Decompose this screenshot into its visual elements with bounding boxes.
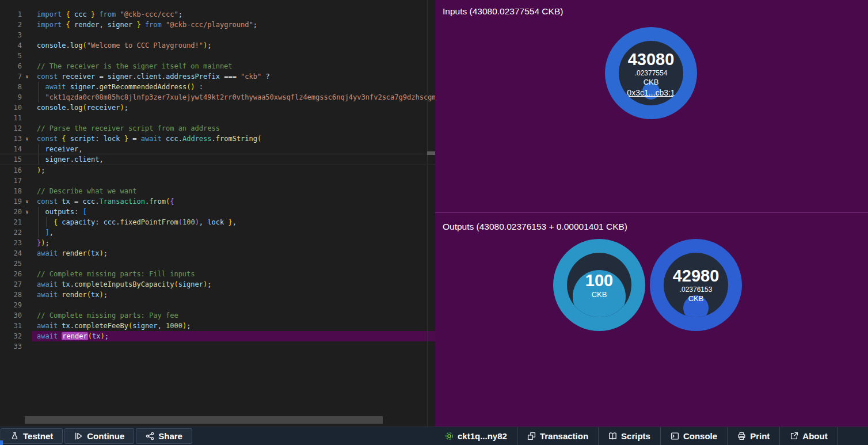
cell-decimal: .02377554	[627, 70, 675, 77]
code-line-text[interactable]: // Describe what we want	[32, 186, 435, 196]
code-line-text[interactable]: import { ccc } from "@ckb-ccc/ccc";	[32, 9, 435, 20]
fold-gutter	[22, 258, 32, 269]
testnet-button[interactable]: Testnet	[1, 428, 63, 444]
cell-inner-circle: 42980.02376153CKB	[664, 253, 728, 317]
editor-line: 28await render(tx);	[0, 290, 435, 300]
editor-line: 11	[0, 113, 435, 123]
fold-gutter	[22, 82, 32, 92]
code-line-text[interactable]	[32, 113, 435, 123]
editor-line: 13∨const { script: lock } = await ccc.Ad…	[0, 134, 435, 144]
code-editor[interactable]: 1import { ccc } from "@ckb-ccc/ccc";2imp…	[0, 0, 435, 427]
line-number: 33	[0, 341, 22, 352]
fold-gutter	[22, 165, 32, 176]
scripts-button[interactable]: Scripts	[599, 427, 661, 445]
editor-line: 4console.log("Welcome to CCC Playground!…	[0, 40, 435, 51]
indent-guide	[38, 92, 39, 102]
editor-line: 10console.log(receiver);	[0, 102, 435, 113]
transaction-icon	[527, 432, 536, 440]
line-number: 1	[0, 9, 22, 20]
code-line-text[interactable]: // Complete missing parts: Fill inputs	[32, 269, 435, 279]
fold-gutter	[22, 341, 32, 352]
line-number: 19	[0, 196, 22, 207]
code-line-text[interactable]: await tx.completeFeeBy(signer, 1000);	[32, 321, 435, 331]
editor-line: 14 receiver,	[0, 144, 435, 154]
output-cell-badge[interactable]: 100CKB	[553, 239, 645, 331]
scripts-icon	[608, 432, 617, 440]
editor-line: 25	[0, 258, 435, 269]
about-button[interactable]: About	[780, 427, 837, 445]
transaction-button[interactable]: Transaction	[517, 427, 599, 445]
ckt1q-ny82-button[interactable]: ckt1q...ny82	[435, 427, 517, 445]
code-line-text[interactable]: signer.client,	[32, 154, 435, 165]
code-line-text[interactable]	[32, 258, 435, 269]
line-number: 28	[0, 290, 22, 300]
transaction-panel: Inputs (43080.02377554 CKB) Outputs (430…	[435, 0, 868, 427]
code-line-text[interactable]: await render(tx);	[32, 331, 435, 341]
fold-chevron-icon[interactable]: ∨	[22, 196, 32, 207]
code-lines: 1import { ccc } from "@ckb-ccc/ccc";2imp…	[0, 9, 435, 352]
editor-ruler-marker[interactable]	[427, 151, 435, 155]
cell-capacity-text: 100CKB	[585, 271, 613, 299]
editor-line: 20∨ outputs: [	[0, 207, 435, 217]
editor-line: 33	[0, 341, 435, 352]
line-number: 8	[0, 82, 22, 92]
cell-outpoint-link[interactable]: 0x3c1...cb3:1	[627, 89, 675, 97]
flask-icon	[10, 432, 19, 440]
code-line-text[interactable]: receiver,	[32, 144, 435, 154]
code-line-text[interactable]: console.log(receiver);	[32, 102, 435, 113]
fold-chevron-icon[interactable]: ∨	[22, 134, 32, 144]
code-line-text[interactable]: import { render, signer } from "@ckb-ccc…	[32, 20, 435, 30]
fold-gutter	[22, 51, 32, 61]
horizontal-scrollbar-thumb[interactable]	[25, 416, 383, 424]
code-line-text[interactable]: const tx = ccc.Transaction.from({	[32, 196, 435, 207]
line-number: 10	[0, 102, 22, 113]
cell-amount: 100	[585, 272, 613, 289]
code-line-text[interactable]	[32, 341, 435, 352]
code-line-text[interactable]: outputs: [	[32, 207, 435, 217]
share-button[interactable]: Share	[136, 428, 192, 444]
code-line-text[interactable]: await render(tx);	[32, 248, 435, 258]
fold-gutter	[22, 290, 32, 300]
code-line-text[interactable]: "ckt1qzda0cr08m85hc8jlnfp3zer7xulejywt49…	[32, 92, 435, 102]
output-cell-badge[interactable]: 42980.02376153CKB	[650, 239, 742, 331]
code-line-text[interactable]	[32, 300, 435, 310]
input-cell-badge[interactable]: 43080.02377554CKB0x3c1...cb3:1	[605, 27, 697, 119]
code-line-text[interactable]: // Parse the receiver script from an add…	[32, 123, 435, 134]
editor-line: 31await tx.completeFeeBy(signer, 1000);	[0, 321, 435, 331]
code-line-text[interactable]: // Complete missing parts: Pay fee	[32, 310, 435, 321]
bottom-toolbar: TestnetContinueShare ckt1q...ny82Transac…	[0, 427, 868, 445]
fold-gutter	[22, 310, 32, 321]
code-line-text[interactable]: await render(tx);	[32, 290, 435, 300]
cell-unit: CKB	[627, 78, 675, 86]
fold-gutter	[22, 9, 32, 20]
continue-button[interactable]: Continue	[64, 428, 134, 444]
fold-gutter	[22, 40, 32, 51]
code-line-text[interactable]: // The receiver is the signer itself on …	[32, 61, 435, 71]
editor-line: 1import { ccc } from "@ckb-ccc/ccc";	[0, 9, 435, 20]
code-line-text[interactable]	[32, 176, 435, 186]
code-line-text[interactable]: { capacity: ccc.fixedPointFrom(100), loc…	[32, 217, 435, 227]
editor-line: 18// Describe what we want	[0, 186, 435, 196]
line-number: 2	[0, 20, 22, 30]
console-button[interactable]: Console	[661, 427, 728, 445]
code-line-text[interactable]: });	[32, 238, 435, 248]
code-line-text[interactable]: const { script: lock } = await ccc.Addre…	[32, 134, 435, 144]
print-button[interactable]: Print	[728, 427, 780, 445]
fold-chevron-icon[interactable]: ∨	[22, 71, 32, 82]
fold-chevron-icon[interactable]: ∨	[22, 207, 32, 217]
code-line-text[interactable]	[32, 51, 435, 61]
editor-line: 23});	[0, 238, 435, 248]
code-line-text[interactable]: ],	[32, 227, 435, 238]
code-line-text[interactable]: const receiver = signer.client.addressPr…	[32, 71, 435, 82]
cell-unit: CKB	[585, 291, 613, 298]
code-line-text[interactable]: await signer.getRecommendedAddress() :	[32, 82, 435, 92]
button-label: Share	[158, 431, 182, 441]
line-number: 9	[0, 92, 22, 102]
code-line-text[interactable]: await tx.completeInputsByCapacity(signer…	[32, 279, 435, 290]
editor-line: 2import { render, signer } from "@ckb-cc…	[0, 20, 435, 30]
cell-decimal: .02376153	[673, 286, 719, 293]
code-line-text[interactable]	[32, 30, 435, 40]
fold-gutter	[22, 20, 32, 30]
code-line-text[interactable]: console.log("Welcome to CCC Playground!"…	[32, 40, 435, 51]
code-line-text[interactable]: );	[32, 165, 435, 176]
